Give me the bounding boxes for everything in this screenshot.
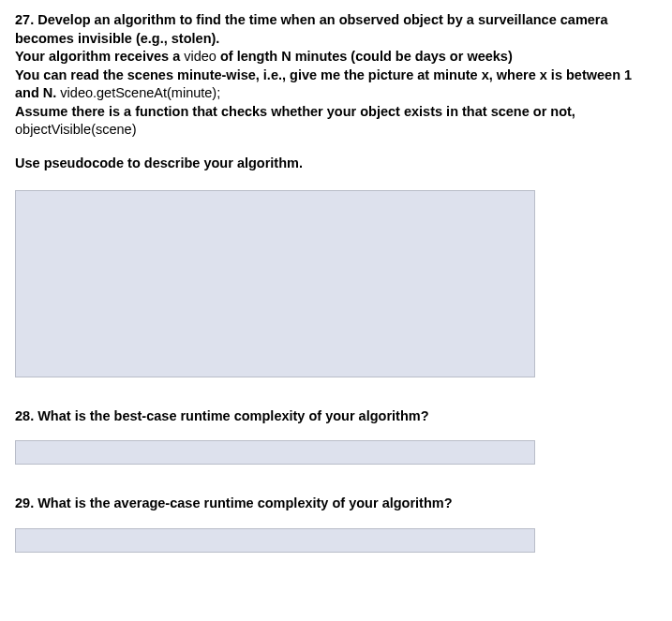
q27-line3b: video.getSceneAt(minute); [60, 85, 220, 100]
question-27: 27. Develop an algorithm to find the tim… [15, 11, 657, 377]
q29-answer-input[interactable] [15, 528, 535, 553]
q28-answer-input[interactable] [15, 440, 535, 465]
question-28: 28. What is the best-case runtime comple… [15, 407, 657, 466]
q27-line2c: of length N minutes (could be days or we… [217, 49, 513, 64]
question-29: 29. What is the average-case runtime com… [15, 495, 657, 553]
q27-prompt: 27. Develop an algorithm to find the tim… [15, 11, 657, 140]
q27-line2b: video [184, 49, 217, 64]
q27-line2a: Your algorithm receives a [15, 49, 184, 64]
q28-prompt: 28. What is the best-case runtime comple… [15, 407, 657, 426]
q27-line1: 27. Develop an algorithm to find the tim… [15, 12, 608, 46]
q27-answer-input[interactable] [15, 190, 535, 377]
q27-line4a: Assume there is a function that checks w… [15, 104, 575, 119]
q27-instruction: Use pseudocode to describe your algorith… [15, 155, 657, 173]
q27-line4b: objectVisible(scene) [15, 122, 137, 137]
q29-prompt: 29. What is the average-case runtime com… [15, 495, 657, 513]
